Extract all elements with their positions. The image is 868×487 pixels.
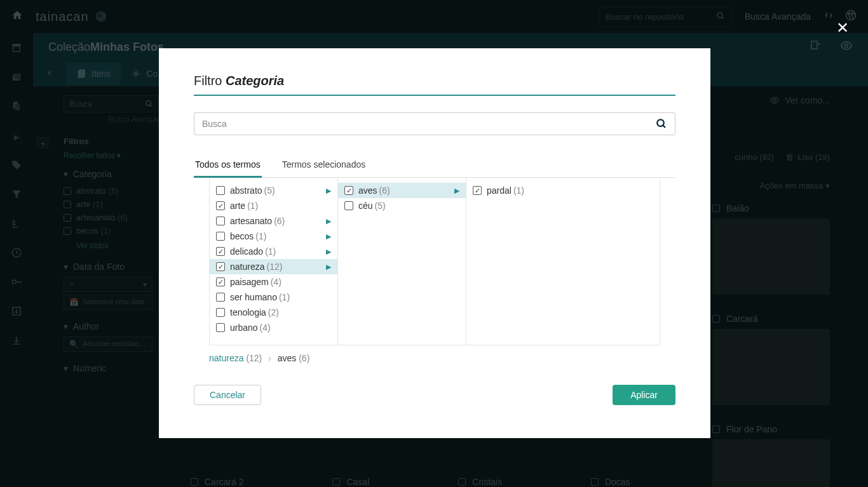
term-row[interactable]: pardal (1) — [466, 183, 595, 198]
checkbox-icon[interactable] — [473, 186, 482, 195]
term-row[interactable]: delicado (1)▶ — [210, 244, 337, 259]
filter-modal: Filtro Categoria Todos os termos Termos … — [159, 48, 710, 438]
term-row[interactable]: urbano (4) — [210, 320, 337, 335]
tab-selected-terms[interactable]: Termos selecionados — [281, 153, 367, 177]
modal-actions: Cancelar Aplicar — [194, 385, 675, 405]
chevron-right-icon: ▶ — [326, 232, 331, 241]
term-columns: abstrato (5)▶arte (1)artesanato (6)▶beco… — [209, 178, 660, 345]
chevron-right-icon: ▶ — [326, 217, 331, 225]
checkbox-icon[interactable] — [216, 323, 225, 332]
checkbox-icon[interactable] — [216, 293, 225, 302]
apply-button[interactable]: Aplicar — [613, 385, 675, 405]
term-row[interactable]: ser humano (1) — [210, 290, 337, 305]
checkbox-icon[interactable] — [216, 217, 225, 225]
chevron-right-icon: ▶ — [454, 187, 459, 195]
term-row[interactable]: arte (1) — [210, 198, 337, 213]
term-row[interactable]: aves (6)▶ — [338, 183, 466, 198]
checkbox-icon[interactable] — [216, 277, 225, 286]
checkbox-icon[interactable] — [344, 201, 353, 210]
term-row[interactable]: artesanato (6)▶ — [210, 213, 337, 229]
bc-aves: aves — [278, 353, 297, 363]
close-button[interactable]: ✕ — [836, 19, 849, 37]
cancel-button[interactable]: Cancelar — [194, 385, 261, 405]
bc-natureza[interactable]: natureza — [209, 353, 243, 363]
modal-title: Filtro Categoria — [194, 74, 675, 96]
chevron-right-icon: ▶ — [326, 248, 331, 256]
modal-search-input[interactable] — [202, 119, 656, 129]
checkbox-icon[interactable] — [344, 186, 353, 195]
checkbox-icon[interactable] — [216, 308, 225, 317]
search-icon — [656, 118, 667, 130]
tab-all-terms[interactable]: Todos os termos — [194, 153, 262, 178]
chevron-right-icon: ▶ — [326, 263, 331, 271]
chevron-right-icon: ▶ — [326, 187, 331, 195]
term-col-1: abstrato (5)▶arte (1)artesanato (6)▶beco… — [210, 178, 338, 345]
term-row[interactable]: paisagem (4) — [210, 274, 337, 290]
term-col-2: aves (6)▶céu (5) — [338, 178, 466, 345]
checkbox-icon[interactable] — [216, 232, 225, 241]
svg-point-20 — [657, 119, 664, 126]
term-breadcrumb: natureza (12) › aves (6) — [209, 353, 660, 363]
term-row[interactable]: céu (5) — [338, 198, 466, 213]
checkbox-icon[interactable] — [216, 262, 225, 271]
term-row[interactable]: tenologia (2) — [210, 305, 337, 320]
modal-tabs: Todos os termos Termos selecionados — [194, 153, 675, 178]
term-row[interactable]: abstrato (5)▶ — [210, 183, 337, 198]
checkbox-icon[interactable] — [216, 186, 225, 195]
modal-search[interactable] — [194, 112, 675, 135]
term-row[interactable]: becos (1)▶ — [210, 229, 337, 244]
checkbox-icon[interactable] — [216, 247, 225, 256]
term-col-3: pardal (1) — [466, 178, 595, 345]
checkbox-icon[interactable] — [216, 201, 225, 210]
term-row[interactable]: natureza (12)▶ — [210, 259, 337, 274]
